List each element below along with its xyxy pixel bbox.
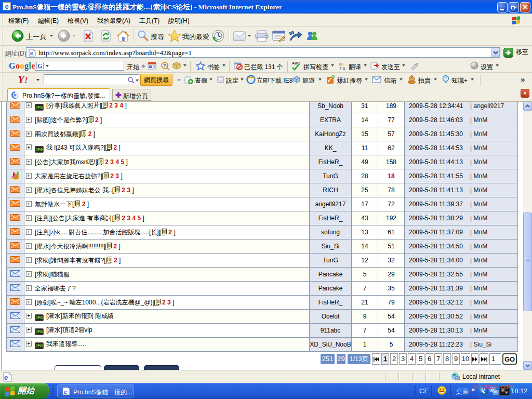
svg-text:ⅰ: ⅰ [342,62,343,66]
svg-text:ā: ā [343,66,345,70]
svg-text:e: e [4,374,8,381]
svg-text:e: e [64,389,67,395]
svg-text:?: ? [163,63,166,68]
svg-text:e: e [30,50,33,56]
svg-text:7: 7 [339,66,342,70]
